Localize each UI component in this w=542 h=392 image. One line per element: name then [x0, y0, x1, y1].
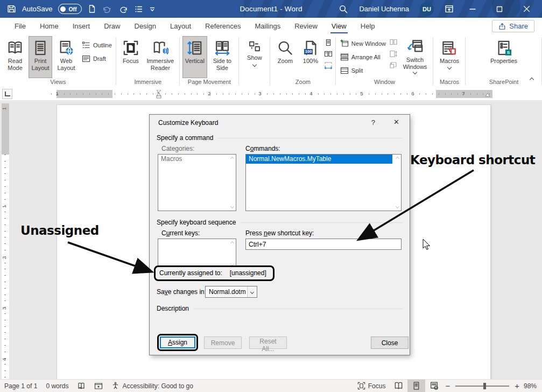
read-mode-button[interactable]: Read Mode — [3, 36, 27, 78]
zoom-out-button[interactable]: − — [443, 380, 452, 392]
web-layout-view-button[interactable] — [425, 380, 443, 392]
view-side-by-side-button[interactable] — [389, 38, 398, 47]
close-dialog-button[interactable]: Close — [371, 337, 409, 349]
scroll-down-icon[interactable] — [395, 204, 400, 209]
page-width-button[interactable] — [323, 61, 333, 71]
vertical-button[interactable]: Vertical — [182, 36, 207, 78]
undo-icon[interactable] — [102, 5, 113, 13]
title-bar: AutoSave Off Document1 - Word Daniel Uch… — [0, 0, 542, 18]
indent-marker-right[interactable] — [485, 93, 490, 97]
tab-mailings[interactable]: Mailings — [248, 18, 288, 34]
autosave-toggle[interactable]: Off — [58, 4, 81, 14]
redo-icon[interactable] — [119, 5, 128, 13]
reset-all-button[interactable]: Reset All... — [249, 337, 287, 349]
ribbon-tab-row: FileHomeInsertDrawDesignLayoutReferences… — [0, 18, 542, 34]
current-keys-label: Current keys: — [161, 229, 200, 237]
zoom-slider-thumb[interactable] — [483, 383, 486, 389]
zoom-100-button[interactable]: 100 100% — [299, 36, 322, 78]
tab-help[interactable]: Help — [354, 18, 382, 34]
new-document-icon[interactable] — [88, 4, 96, 13]
zoom-button[interactable]: Zoom — [273, 36, 298, 78]
ribbon-display-options-icon[interactable] — [445, 4, 454, 13]
close-button[interactable] — [518, 5, 534, 13]
commands-listbox[interactable]: Normal.NewMacros.MyTable — [245, 154, 402, 211]
word-count[interactable]: 0 words — [41, 380, 73, 392]
scroll-up-icon[interactable] — [230, 241, 235, 246]
zoom-percentage[interactable]: 98% — [522, 382, 542, 390]
list-icon[interactable] — [134, 5, 143, 13]
macros-button[interactable]: Macros — [436, 36, 463, 78]
print-layout-label: Print Layout — [30, 58, 51, 71]
tab-home[interactable]: Home — [33, 18, 66, 34]
macro-record-button[interactable] — [90, 380, 107, 392]
accessibility-status[interactable]: Accessibility: Good to go — [107, 380, 197, 392]
print-layout-view-button[interactable] — [407, 380, 425, 392]
save-icon[interactable] — [7, 4, 16, 13]
minimize-button[interactable] — [464, 5, 481, 13]
section-description: Description — [157, 305, 403, 312]
zoom-in-button[interactable]: + — [512, 380, 522, 392]
proofing-status[interactable] — [73, 380, 90, 392]
qat-customize-chevron-icon[interactable] — [149, 6, 156, 12]
scroll-up-icon[interactable] — [230, 156, 235, 161]
share-button[interactable]: Share — [492, 20, 534, 32]
one-page-button[interactable] — [323, 38, 333, 48]
dialog-help-button[interactable]: ? — [368, 118, 378, 127]
tab-design[interactable]: Design — [128, 18, 163, 34]
scroll-down-icon[interactable] — [230, 204, 235, 209]
macros-label: Macros — [440, 58, 459, 65]
vertical-ruler: 112345 — [2, 100, 9, 380]
arrange-all-button[interactable]: Arrange All — [339, 51, 388, 63]
collapse-ribbon-button[interactable] — [527, 74, 537, 83]
multiple-pages-icon — [324, 50, 333, 59]
scroll-up-icon[interactable] — [395, 156, 400, 161]
side-to-side-button[interactable]: Side to Side — [208, 36, 236, 78]
new-window-button[interactable]: New Window — [339, 38, 388, 50]
tab-review[interactable]: Review — [287, 18, 325, 34]
tab-insert[interactable]: Insert — [66, 18, 97, 34]
ruler-number: 3 — [258, 90, 261, 96]
avatar[interactable]: DU — [420, 2, 434, 16]
tab-stop-selector[interactable] — [2, 89, 12, 99]
page-indicator[interactable]: Page 1 of 1 — [0, 380, 41, 392]
categories-listbox[interactable]: Macros — [158, 154, 236, 211]
shortcut-key-input[interactable] — [245, 239, 402, 250]
dialog-close-icon[interactable]: ✕ — [390, 117, 403, 127]
properties-button[interactable]: S Properties — [487, 36, 521, 78]
tab-draw[interactable]: Draw — [97, 18, 127, 34]
focus-button[interactable]: Focus — [119, 36, 143, 78]
group-label-views: Views — [0, 78, 116, 88]
tab-view[interactable]: View — [325, 18, 354, 34]
tab-references[interactable]: References — [198, 18, 248, 34]
switch-windows-button[interactable]: Switch Windows — [399, 36, 431, 78]
immersive-reader-button[interactable]: Immersive Reader — [144, 36, 177, 78]
user-name[interactable]: Daniel Uchenna — [359, 5, 409, 13]
reset-window-position-button[interactable] — [389, 60, 398, 70]
outline-button[interactable]: Outline — [80, 39, 114, 51]
web-layout-button[interactable]: Web Layout — [53, 36, 79, 78]
maximize-button[interactable] — [491, 5, 508, 13]
tab-file[interactable]: File — [8, 18, 33, 34]
read-mode-view-button[interactable] — [390, 380, 407, 392]
synchronous-scrolling-button[interactable] — [389, 49, 398, 59]
search-icon[interactable] — [339, 4, 348, 14]
assign-button[interactable]: Assign — [160, 337, 195, 348]
list-item[interactable]: Macros — [158, 155, 227, 164]
current-keys-listbox[interactable] — [158, 239, 236, 269]
ruler-number: 6 — [411, 90, 414, 96]
list-item[interactable]: Normal.NewMacros.MyTable — [246, 155, 392, 164]
split-button[interactable]: Split — [339, 65, 388, 76]
tab-layout[interactable]: Layout — [163, 18, 198, 34]
multiple-pages-button[interactable] — [323, 50, 333, 59]
print-layout-button[interactable]: Print Layout — [29, 36, 52, 78]
remove-button[interactable]: Remove — [204, 337, 242, 349]
indent-marker-left[interactable] — [156, 90, 161, 99]
zoom-slider[interactable] — [455, 386, 509, 387]
one-page-icon — [324, 39, 333, 47]
dropdown-button[interactable] — [247, 286, 257, 297]
save-changes-dropdown[interactable]: Normal.dotm — [205, 286, 257, 298]
zoom-label: Zoom — [278, 58, 293, 65]
show-button[interactable]: Show — [242, 36, 268, 76]
focus-mode-button[interactable]: Focus — [353, 380, 390, 392]
draft-button[interactable]: Draft — [80, 53, 114, 65]
